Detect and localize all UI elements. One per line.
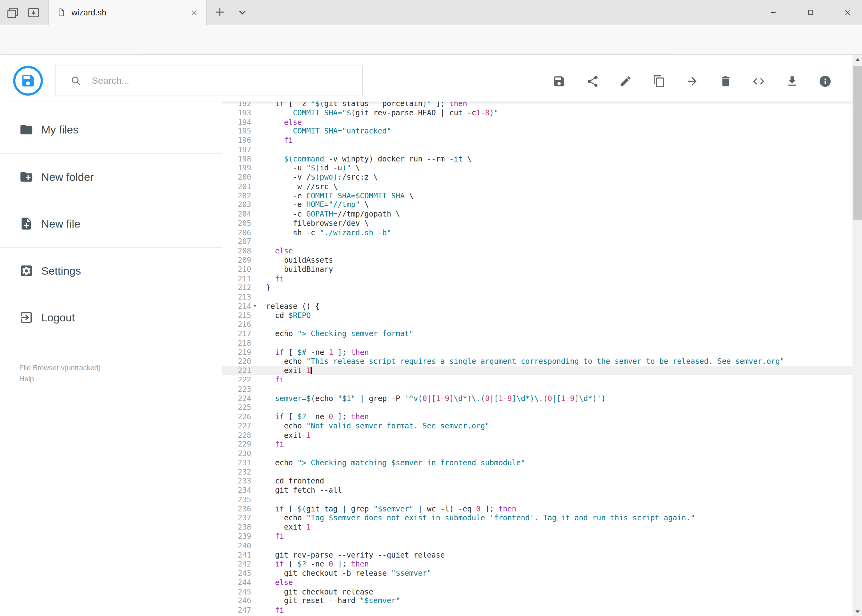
help-link[interactable]: Help: [19, 374, 101, 385]
code-line-216[interactable]: 216: [222, 320, 853, 329]
code-line-211[interactable]: 211 fi: [222, 274, 853, 283]
code-line-214[interactable]: 214▾release () {: [222, 302, 853, 311]
code-line-202[interactable]: 202 -e COMMIT_SHA=$COMMIT_SHA \: [222, 191, 853, 200]
sidebar-item-new-file[interactable]: New file: [0, 204, 222, 243]
tab-list-chevron-icon[interactable]: [235, 5, 250, 19]
code-line-225[interactable]: 225: [222, 403, 853, 412]
share-button[interactable]: [586, 75, 599, 88]
sidebar-item-settings[interactable]: Settings: [0, 251, 222, 290]
code-line-224[interactable]: 224 semver=$(echo "$1" | grep -P '^v(0|[…: [222, 394, 853, 403]
code-line-196[interactable]: 196 fi: [222, 136, 853, 145]
scroll-down-icon[interactable]: [853, 607, 862, 616]
download-button[interactable]: [785, 75, 799, 88]
new-tab-button[interactable]: [212, 4, 228, 20]
search-box[interactable]: [55, 65, 363, 96]
code-line-213[interactable]: 213: [222, 292, 853, 302]
sidebar-item-my-files[interactable]: My files: [0, 110, 222, 149]
code-line-200[interactable]: 200 -v /$(pwd):/src:z \: [222, 173, 853, 182]
tab-close-icon[interactable]: [189, 7, 200, 18]
code-line-207[interactable]: 207: [222, 237, 853, 246]
minimize-button[interactable]: [760, 0, 786, 25]
fold-gutter: [251, 467, 266, 477]
tab-preview-icon[interactable]: [4, 4, 21, 21]
search-icon: [70, 74, 82, 86]
fold-marker-icon[interactable]: ▾: [251, 302, 266, 311]
code-line-223[interactable]: 223: [222, 384, 853, 394]
code-line-205[interactable]: 205 filebrowser/dev \: [222, 218, 853, 228]
code-line-208[interactable]: 208 else: [222, 246, 853, 256]
sidebar-item-logout[interactable]: Logout: [0, 298, 222, 337]
code-line-226[interactable]: 226 if [ $? -ne 0 ]; then: [222, 412, 853, 421]
code-line-220[interactable]: 220 echo "This release script requires a…: [222, 357, 853, 366]
code-line-206[interactable]: 206 sh -c "./wizard.sh -b": [222, 228, 853, 237]
code-line-193[interactable]: 193 COMMIT_SHA="$(git rev-parse HEAD | c…: [222, 108, 853, 117]
code-line-218[interactable]: 218: [222, 338, 853, 347]
line-number: 247: [222, 605, 251, 615]
code-line-229[interactable]: 229 fi: [222, 440, 853, 449]
info-button[interactable]: [819, 75, 832, 88]
line-number: 216: [222, 320, 251, 329]
fold-gutter: [251, 403, 266, 412]
code-line-245[interactable]: 245 git checkout release: [222, 587, 853, 596]
code-line-203[interactable]: 203 -e HOME="//tmp" \: [222, 200, 853, 209]
code-line-212[interactable]: 212}: [222, 283, 853, 292]
code-line-237[interactable]: 237 echo "Tag $semver does not exist in …: [222, 513, 853, 523]
close-button[interactable]: [835, 0, 860, 25]
code-line-219[interactable]: 219 if [ $# -ne 1 ]; then: [222, 347, 853, 357]
line-number: 218: [222, 338, 251, 347]
browser-tab[interactable]: wizard.sh: [48, 0, 206, 25]
code-line-209[interactable]: 209 buildAssets: [222, 256, 853, 265]
code-line-240[interactable]: 240: [222, 541, 853, 550]
filebrowser-logo: [13, 66, 43, 95]
code-line-236[interactable]: 236 if [ $(git tag | grep "$semver" | wc…: [222, 504, 853, 513]
code-line-201[interactable]: 201 -w //src \: [222, 182, 853, 191]
code-line-241[interactable]: 241 git rev-parse --verify --quiet relea…: [222, 550, 853, 559]
code-line-222[interactable]: 222 fi: [222, 375, 853, 384]
code-line-233[interactable]: 233 cd frontend: [222, 476, 853, 486]
line-number: 210: [222, 265, 251, 274]
code-line-247[interactable]: 247 fi: [222, 605, 853, 615]
code-line-195[interactable]: 195 COMMIT_SHA="untracked": [222, 126, 853, 136]
edit-button[interactable]: [619, 75, 632, 88]
sidebar-item-new-folder[interactable]: New folder: [0, 158, 222, 196]
code-line-232[interactable]: 232: [222, 467, 853, 477]
code-line-215[interactable]: 215 cd $REPO: [222, 311, 853, 320]
code-line-246[interactable]: 246 git reset --hard "$semver": [222, 596, 853, 605]
code-line-199[interactable]: 199 -u "$(id -u)" \: [222, 163, 853, 173]
search-input[interactable]: [91, 74, 335, 86]
code-line-210[interactable]: 210 buildBinary: [222, 265, 853, 274]
code-line-198[interactable]: 198 $(command -v winpty) docker run --rm…: [222, 154, 853, 163]
code-line-221[interactable]: 221 exit 1: [222, 366, 853, 375]
code-line-217[interactable]: 217 echo "> Checking semver format": [222, 329, 853, 338]
code-line-238[interactable]: 238 exit 1: [222, 523, 853, 532]
code-line-228[interactable]: 228 exit 1: [222, 431, 853, 440]
set-tabs-aside-icon[interactable]: [25, 4, 42, 21]
code-line-234[interactable]: 234 git fetch --all: [222, 486, 853, 495]
scroll-up-icon[interactable]: [853, 55, 862, 64]
code-line-194[interactable]: 194 else: [222, 117, 853, 126]
delete-button[interactable]: [719, 75, 732, 88]
code-line-243[interactable]: 243 git checkout -b release "$semver": [222, 569, 853, 578]
code-text: COMMIT_SHA="untracked": [266, 126, 391, 136]
copy-button[interactable]: [652, 75, 666, 88]
move-button[interactable]: [686, 75, 699, 88]
code-line-242[interactable]: 242 if [ $? -ne 0 ]; then: [222, 559, 853, 569]
line-number: 235: [222, 495, 251, 504]
code-line-227[interactable]: 227 echo "Not valid semver format. See s…: [222, 421, 853, 431]
code-line-230[interactable]: 230: [222, 449, 853, 458]
fold-gutter: [251, 256, 266, 265]
code-editor[interactable]: 192 if [ -z "$(git status --porcelain)" …: [222, 99, 853, 616]
code-line-197[interactable]: 197: [222, 145, 853, 154]
app-version-text: File Browser v(untracked): [19, 363, 101, 374]
code-line-239[interactable]: 239 fi: [222, 532, 853, 541]
code-line-204[interactable]: 204 -e GOPATH=//tmp/gopath \: [222, 209, 853, 218]
scrollbar-thumb[interactable]: [853, 66, 862, 220]
code-line-231[interactable]: 231 echo "> Checking matching $semver in…: [222, 458, 853, 467]
code-line-235[interactable]: 235: [222, 495, 853, 504]
save-button[interactable]: [552, 75, 566, 88]
line-number: 200: [222, 173, 251, 182]
code-line-244[interactable]: 244 else: [222, 578, 853, 587]
maximize-button[interactable]: [798, 0, 823, 25]
code-button[interactable]: [752, 75, 765, 88]
page-scrollbar[interactable]: [853, 55, 862, 616]
